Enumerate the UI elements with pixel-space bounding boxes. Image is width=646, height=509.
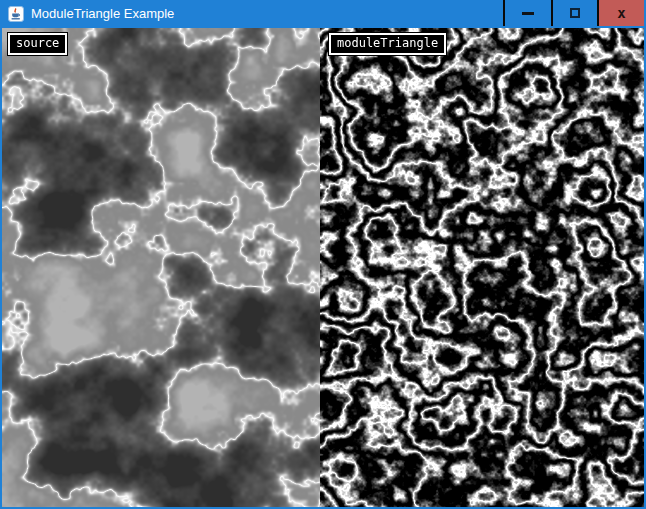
minimize-button[interactable] <box>505 0 551 26</box>
panel-moduletriangle: moduleTriangle <box>320 28 644 507</box>
app-window: ModuleTriangle Example x source moduleTr… <box>0 0 646 509</box>
minimize-icon <box>522 12 534 15</box>
close-icon: x <box>617 6 625 20</box>
moduletriangle-label: moduleTriangle <box>329 33 446 55</box>
titlebar[interactable]: ModuleTriangle Example x <box>2 0 644 28</box>
moduletriangle-noise-image <box>320 28 644 507</box>
java-coffee-cup-icon[interactable] <box>8 6 24 22</box>
close-button[interactable]: x <box>599 0 644 26</box>
java-cup-glyph <box>10 8 22 20</box>
window-title: ModuleTriangle Example <box>31 0 174 28</box>
panel-source: source <box>2 28 320 507</box>
source-label: source <box>8 33 67 55</box>
maximize-button[interactable] <box>553 0 597 26</box>
source-noise-image <box>2 28 320 507</box>
window-controls: x <box>503 0 644 26</box>
image-area: source moduleTriangle <box>2 28 644 507</box>
maximize-icon <box>570 8 580 18</box>
